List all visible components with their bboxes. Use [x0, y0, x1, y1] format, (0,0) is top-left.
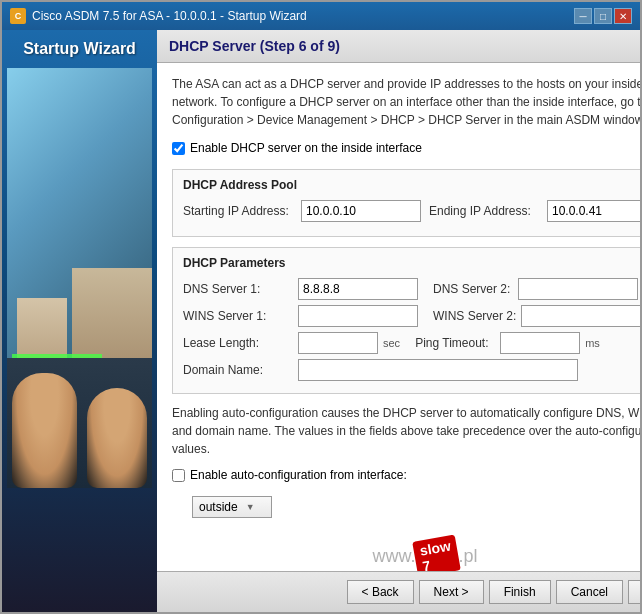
- ping-item: Ping Timeout: ms: [415, 332, 600, 354]
- wins2-label: WINS Server 2:: [433, 309, 516, 323]
- starting-ip-label: Starting IP Address:: [183, 204, 293, 218]
- back-button[interactable]: < Back: [347, 580, 414, 604]
- window-controls: ─ □ ✕: [574, 8, 632, 24]
- finish-button[interactable]: Finish: [489, 580, 551, 604]
- domain-row: Domain Name:: [183, 359, 640, 381]
- watermark-prefix: www.: [372, 546, 415, 567]
- auto-config-row: Enable auto-configuration from interface…: [172, 468, 640, 482]
- sidebar: Startup Wizard: [2, 30, 157, 612]
- dns1-input[interactable]: [298, 278, 418, 300]
- panel-header: DHCP Server (Step 6 of 9): [157, 30, 640, 63]
- person-silhouette-1: [12, 373, 77, 488]
- wins1-item: WINS Server 1:: [183, 305, 418, 327]
- watermark-area: www. slow7 .pl: [172, 528, 640, 571]
- main-panel: DHCP Server (Step 6 of 9) The ASA can ac…: [157, 30, 640, 612]
- starting-ip-input[interactable]: [301, 200, 421, 222]
- dns2-label: DNS Server 2:: [433, 282, 513, 296]
- address-pool-section: DHCP Address Pool Starting IP Address: E…: [172, 169, 640, 237]
- dns1-label: DNS Server 1:: [183, 282, 293, 296]
- interface-value: outside: [199, 500, 238, 514]
- main-window: C Cisco ASDM 7.5 for ASA - 10.0.0.1 - St…: [0, 0, 642, 614]
- people-graphic: [7, 358, 152, 488]
- auto-config-text: Enabling auto-configuration causes the D…: [172, 404, 640, 458]
- wins1-input[interactable]: [298, 305, 418, 327]
- wins1-label: WINS Server 1:: [183, 309, 293, 323]
- enable-dhcp-checkbox[interactable]: [172, 142, 185, 155]
- lease-item: Lease Length: sec: [183, 332, 400, 354]
- lease-unit: sec: [383, 337, 400, 349]
- dhcp-params-section: DHCP Parameters DNS Server 1: DNS Server…: [172, 247, 640, 394]
- lease-label: Lease Length:: [183, 336, 293, 350]
- lease-ping-row: Lease Length: sec Ping Timeout: ms: [183, 332, 640, 354]
- ending-ip-label: Ending IP Address:: [429, 204, 539, 218]
- step-title: DHCP Server (Step 6 of 9): [169, 38, 340, 54]
- domain-input[interactable]: [298, 359, 578, 381]
- panel-body: The ASA can act as a DHCP server and pro…: [157, 63, 640, 571]
- dns-servers-row: DNS Server 1: DNS Server 2:: [183, 278, 640, 300]
- title-bar: C Cisco ASDM 7.5 for ASA - 10.0.0.1 - St…: [2, 2, 640, 30]
- sidebar-background: [7, 68, 152, 488]
- wins2-item: WINS Server 2:: [433, 305, 640, 327]
- building-graphic: [72, 268, 152, 368]
- params-header: DHCP Parameters: [183, 256, 640, 270]
- ping-unit: ms: [585, 337, 600, 349]
- ping-label: Ping Timeout:: [415, 336, 495, 350]
- lease-input[interactable]: [298, 332, 378, 354]
- watermark-badge: slow7: [413, 535, 462, 571]
- wins2-input[interactable]: [521, 305, 640, 327]
- domain-label: Domain Name:: [183, 363, 293, 377]
- minimize-button[interactable]: ─: [574, 8, 592, 24]
- watermark-suffix: .pl: [459, 546, 478, 567]
- wins-servers-row: WINS Server 1: WINS Server 2:: [183, 305, 640, 327]
- dns2-item: DNS Server 2:: [433, 278, 638, 300]
- sidebar-title: Startup Wizard: [23, 40, 136, 58]
- title-bar-left: C Cisco ASDM 7.5 for ASA - 10.0.0.1 - St…: [10, 8, 307, 24]
- interface-dropdown-row: outside ▼: [192, 496, 640, 518]
- auto-config-label: Enable auto-configuration from interface…: [190, 468, 407, 482]
- content-area: Startup Wizard DHCP Server (Step 6 of 9): [2, 30, 640, 612]
- footer: < Back Next > Finish Cancel Help: [157, 571, 640, 612]
- enable-dhcp-label: Enable DHCP server on the inside interfa…: [190, 141, 422, 155]
- cancel-button[interactable]: Cancel: [556, 580, 623, 604]
- next-button[interactable]: Next >: [419, 580, 484, 604]
- dns2-input[interactable]: [518, 278, 638, 300]
- window-title: Cisco ASDM 7.5 for ASA - 10.0.0.1 - Star…: [32, 9, 307, 23]
- ending-ip-input[interactable]: [547, 200, 640, 222]
- enable-dhcp-row: Enable DHCP server on the inside interfa…: [172, 141, 640, 155]
- dns1-item: DNS Server 1:: [183, 278, 418, 300]
- ping-input[interactable]: [500, 332, 580, 354]
- help-button[interactable]: Help: [628, 580, 640, 604]
- interface-dropdown[interactable]: outside ▼: [192, 496, 272, 518]
- dropdown-arrow-icon: ▼: [246, 502, 255, 512]
- person-silhouette-2: [87, 388, 147, 488]
- sidebar-image: [7, 68, 152, 488]
- app-icon: C: [10, 8, 26, 24]
- maximize-button[interactable]: □: [594, 8, 612, 24]
- close-button[interactable]: ✕: [614, 8, 632, 24]
- starting-ip-row: Starting IP Address: Ending IP Address:: [183, 200, 640, 222]
- auto-config-checkbox[interactable]: [172, 469, 185, 482]
- address-pool-header: DHCP Address Pool: [183, 178, 640, 192]
- info-text: The ASA can act as a DHCP server and pro…: [172, 75, 640, 129]
